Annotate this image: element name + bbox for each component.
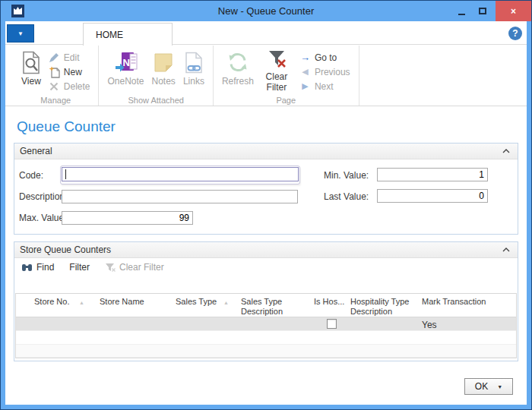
refresh-button[interactable]: Refresh (218, 47, 258, 93)
ribbon-group-label-page: Page (214, 96, 359, 105)
is-hospitality-checkbox[interactable] (327, 319, 337, 329)
code-input[interactable] (62, 167, 299, 181)
refresh-icon (226, 49, 249, 76)
view-icon (22, 49, 40, 76)
maximize-button[interactable] (473, 1, 492, 21)
general-section-title: General (20, 146, 502, 156)
goto-arrow-icon: → (299, 52, 311, 63)
store-queue-counters-section: Store Queue Counters Find Filter Clear F… (14, 241, 518, 361)
table-clear-filter-button[interactable]: Clear Filter (105, 262, 164, 273)
previous-button[interactable]: ◀ Previous (296, 65, 354, 79)
clear-filter-funnel-icon (105, 263, 116, 272)
view-button[interactable]: View (17, 47, 45, 93)
next-button[interactable]: ▶ Next (296, 79, 354, 93)
title-bar: New - Queue Counter × (1, 1, 531, 21)
general-section: General Code: Description: Max. Value: M… (14, 143, 518, 235)
sort-asc-icon: ▲ (223, 298, 229, 308)
window-client-area: ▼ HOME ? View Edi (5, 21, 527, 405)
text-caret (65, 169, 66, 179)
general-section-header[interactable]: General (14, 144, 518, 159)
column-label: Store Name (100, 297, 144, 306)
cell-is-hospitality (309, 319, 346, 329)
filter-button[interactable]: Filter (69, 262, 90, 273)
store-section-body: Find Filter Clear Filter Store No. ▲ (14, 258, 518, 361)
column-header-hospitality-type-description[interactable]: Hospitality Type Description (346, 294, 417, 317)
edit-button-label: Edit (64, 52, 80, 63)
description-input[interactable] (62, 190, 298, 203)
links-button[interactable]: Links (179, 47, 208, 93)
new-button[interactable]: New (45, 65, 94, 79)
table-row-empty[interactable] (16, 345, 516, 358)
chevron-down-icon: ▼ (17, 30, 24, 37)
previous-button-label: Previous (315, 67, 350, 77)
column-header-sales-type-description[interactable]: Sales Type Description (236, 294, 309, 317)
column-header-sales-type[interactable]: Sales Type ▲ (171, 294, 236, 317)
column-label: Sales Type (176, 297, 217, 306)
table-clear-filter-label: Clear Filter (119, 262, 164, 273)
page-small-buttons: → Go to ◀ Previous ▶ Next (296, 47, 354, 93)
svg-text:N: N (122, 57, 129, 68)
column-header-store-no[interactable]: Store No. ▲ (16, 294, 95, 317)
close-icon: × (511, 6, 516, 17)
cell-hospitality-type-description (346, 323, 417, 326)
next-button-label: Next (315, 81, 334, 92)
close-button[interactable]: × (496, 1, 531, 21)
help-button[interactable]: ? (508, 27, 522, 40)
cell-sales-type (171, 323, 236, 326)
column-header-store-name[interactable]: Store Name (95, 294, 171, 317)
table-row[interactable]: Yes (16, 317, 516, 331)
delete-button[interactable]: Delete (45, 79, 94, 93)
table-header-row: Store No. ▲ Store Name Sales Type ▲ Sale… (16, 294, 516, 317)
minimize-button[interactable] (452, 1, 470, 21)
description-label: Description: (19, 190, 67, 203)
column-header-is-hospitality[interactable]: Is Hos... (309, 294, 346, 317)
last-value-label: Last Value: (324, 190, 369, 203)
code-label: Code: (19, 169, 43, 182)
new-icon (49, 66, 60, 78)
table-toolbar: Find Filter Clear Filter (14, 258, 518, 276)
cell-store-name (95, 323, 171, 326)
links-icon (185, 49, 203, 76)
minimize-icon (458, 14, 465, 15)
column-header-mark-transaction[interactable]: Mark Transaction (417, 294, 508, 317)
collapse-chevron-icon (502, 149, 510, 153)
min-value-input[interactable] (377, 168, 488, 181)
new-button-label: New (64, 67, 82, 77)
ribbon-group-label-show-attached: Show Attached (99, 96, 212, 105)
tab-bar: ▼ HOME ? (5, 21, 527, 45)
app-menu-button[interactable]: ▼ (7, 24, 34, 43)
refresh-button-label: Refresh (222, 77, 254, 87)
general-section-body: Code: Description: Max. Value: Min. Valu… (14, 159, 518, 234)
page-title: Queue Counter (17, 118, 116, 135)
notes-icon (154, 49, 173, 76)
last-value-input[interactable] (377, 189, 488, 203)
cell-store-no (16, 323, 95, 326)
edit-button[interactable]: Edit (45, 50, 94, 65)
max-value-input[interactable] (62, 211, 193, 225)
tab-home[interactable]: HOME (83, 23, 173, 46)
column-label: Hospitality Type Description (350, 297, 409, 316)
table-row-empty[interactable] (16, 331, 516, 345)
maximize-icon (479, 8, 486, 14)
store-section-header[interactable]: Store Queue Counters (14, 242, 518, 258)
column-label: Is Hos... (314, 297, 344, 306)
clear-filter-button[interactable]: Clear Filter (258, 47, 296, 93)
goto-button[interactable]: → Go to (296, 50, 354, 65)
app-window: New - Queue Counter × ▼ HOME ? (0, 0, 532, 410)
column-label: Store No. (34, 297, 69, 306)
onenote-button[interactable]: N OneNote (103, 47, 147, 93)
onenote-button-label: OneNote (107, 77, 144, 87)
notes-button[interactable]: Notes (148, 47, 179, 93)
ribbon: View Edit New Delete Man (5, 46, 527, 106)
view-button-label: View (21, 77, 41, 87)
find-binoculars-icon (21, 263, 33, 272)
clear-filter-icon (267, 49, 287, 71)
collapse-chevron-icon (502, 248, 510, 252)
max-value-label: Max. Value: (19, 211, 66, 225)
ok-button[interactable]: OK ▼ (464, 378, 513, 395)
find-button[interactable]: Find (21, 262, 54, 273)
min-value-label: Min. Value: (324, 169, 369, 182)
tab-home-label: HOME (96, 30, 123, 40)
links-button-label: Links (183, 77, 204, 87)
help-icon: ? (512, 28, 518, 39)
